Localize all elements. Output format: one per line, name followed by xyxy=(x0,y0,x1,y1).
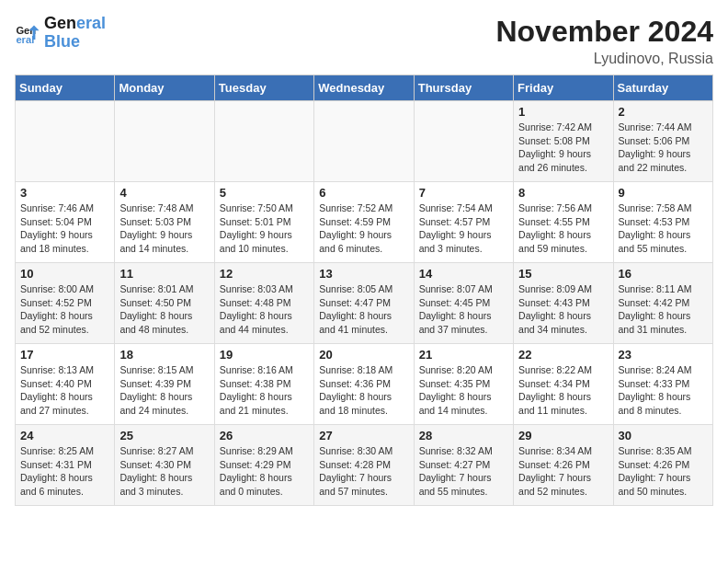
day-info: Sunrise: 7:42 AM Sunset: 5:08 PM Dayligh… xyxy=(518,121,608,175)
weekday-header-cell: Sunday xyxy=(16,75,115,101)
calendar-day-cell: 9Sunrise: 7:58 AM Sunset: 4:53 PM Daylig… xyxy=(613,182,712,263)
day-number: 6 xyxy=(319,186,408,200)
calendar-day-cell: 30Sunrise: 8:35 AM Sunset: 4:26 PM Dayli… xyxy=(613,425,712,506)
day-number: 17 xyxy=(20,348,109,362)
calendar-body: 1Sunrise: 7:42 AM Sunset: 5:08 PM Daylig… xyxy=(16,101,713,506)
day-number: 24 xyxy=(20,429,109,442)
calendar-day-cell: 27Sunrise: 8:30 AM Sunset: 4:28 PM Dayli… xyxy=(314,425,414,506)
day-number: 18 xyxy=(119,348,209,362)
logo-icon: Gen eral xyxy=(15,20,40,46)
calendar-day-cell: 10Sunrise: 8:00 AM Sunset: 4:52 PM Dayli… xyxy=(16,263,115,344)
day-number: 20 xyxy=(319,348,408,362)
calendar-day-cell: 5Sunrise: 7:50 AM Sunset: 5:01 PM Daylig… xyxy=(214,182,313,263)
calendar-day-cell: 20Sunrise: 8:18 AM Sunset: 4:36 PM Dayli… xyxy=(314,344,414,425)
day-number: 11 xyxy=(119,267,209,281)
calendar-day-cell: 19Sunrise: 8:16 AM Sunset: 4:38 PM Dayli… xyxy=(214,344,313,425)
day-number: 25 xyxy=(119,429,209,442)
calendar-day-cell: 28Sunrise: 8:32 AM Sunset: 4:27 PM Dayli… xyxy=(414,425,513,506)
calendar-day-cell xyxy=(214,101,313,182)
day-info: Sunrise: 7:52 AM Sunset: 4:59 PM Dayligh… xyxy=(319,201,408,256)
calendar-day-cell: 29Sunrise: 8:34 AM Sunset: 4:26 PM Dayli… xyxy=(514,425,613,506)
day-number: 9 xyxy=(619,186,708,200)
calendar-day-cell: 25Sunrise: 8:27 AM Sunset: 4:30 PM Dayli… xyxy=(115,425,214,506)
calendar-week-row: 3Sunrise: 7:46 AM Sunset: 5:04 PM Daylig… xyxy=(16,182,713,263)
day-info: Sunrise: 8:18 AM Sunset: 4:36 PM Dayligh… xyxy=(319,363,408,418)
day-info: Sunrise: 8:22 AM Sunset: 4:34 PM Dayligh… xyxy=(518,363,608,418)
day-number: 27 xyxy=(319,429,408,442)
calendar-day-cell: 1Sunrise: 7:42 AM Sunset: 5:08 PM Daylig… xyxy=(514,101,613,182)
calendar-day-cell: 7Sunrise: 7:54 AM Sunset: 4:57 PM Daylig… xyxy=(414,182,513,263)
day-number: 2 xyxy=(619,105,708,119)
day-info: Sunrise: 8:24 AM Sunset: 4:33 PM Dayligh… xyxy=(619,363,708,418)
day-number: 5 xyxy=(220,186,309,200)
day-number: 16 xyxy=(619,267,708,281)
day-number: 26 xyxy=(220,429,309,442)
svg-text:eral: eral xyxy=(16,34,34,45)
location-title: Lyudinovo, Russia xyxy=(495,51,713,67)
day-info: Sunrise: 7:46 AM Sunset: 5:04 PM Dayligh… xyxy=(20,201,109,256)
day-info: Sunrise: 8:01 AM Sunset: 4:50 PM Dayligh… xyxy=(119,282,209,337)
day-info: Sunrise: 8:11 AM Sunset: 4:42 PM Dayligh… xyxy=(619,282,708,337)
day-number: 4 xyxy=(119,186,209,200)
calendar-day-cell xyxy=(414,101,513,182)
day-info: Sunrise: 8:27 AM Sunset: 4:30 PM Dayligh… xyxy=(119,444,209,499)
day-number: 19 xyxy=(220,348,309,362)
calendar-week-row: 1Sunrise: 7:42 AM Sunset: 5:08 PM Daylig… xyxy=(16,101,713,182)
day-number: 1 xyxy=(518,105,608,119)
day-info: Sunrise: 8:20 AM Sunset: 4:35 PM Dayligh… xyxy=(419,363,508,418)
day-info: Sunrise: 8:03 AM Sunset: 4:48 PM Dayligh… xyxy=(220,282,309,337)
day-info: Sunrise: 7:56 AM Sunset: 4:55 PM Dayligh… xyxy=(518,201,608,256)
day-number: 12 xyxy=(220,267,309,281)
calendar-table: SundayMondayTuesdayWednesdayThursdayFrid… xyxy=(15,75,713,506)
day-info: Sunrise: 8:13 AM Sunset: 4:40 PM Dayligh… xyxy=(20,363,109,418)
day-info: Sunrise: 7:54 AM Sunset: 4:57 PM Dayligh… xyxy=(419,201,508,256)
day-number: 30 xyxy=(619,429,708,442)
calendar-day-cell xyxy=(314,101,414,182)
weekday-header-cell: Thursday xyxy=(414,75,513,101)
day-number: 8 xyxy=(518,186,608,200)
calendar-day-cell: 14Sunrise: 8:07 AM Sunset: 4:45 PM Dayli… xyxy=(414,263,513,344)
calendar-day-cell: 12Sunrise: 8:03 AM Sunset: 4:48 PM Dayli… xyxy=(214,263,313,344)
day-info: Sunrise: 8:09 AM Sunset: 4:43 PM Dayligh… xyxy=(518,282,608,337)
calendar-day-cell: 8Sunrise: 7:56 AM Sunset: 4:55 PM Daylig… xyxy=(514,182,613,263)
day-number: 23 xyxy=(619,348,708,362)
day-info: Sunrise: 8:32 AM Sunset: 4:27 PM Dayligh… xyxy=(419,444,508,499)
day-number: 13 xyxy=(319,267,408,281)
weekday-header-cell: Wednesday xyxy=(314,75,414,101)
day-number: 10 xyxy=(20,267,109,281)
weekday-header-cell: Tuesday xyxy=(214,75,313,101)
day-number: 14 xyxy=(419,267,508,281)
day-number: 7 xyxy=(419,186,508,200)
day-info: Sunrise: 8:00 AM Sunset: 4:52 PM Dayligh… xyxy=(20,282,109,337)
calendar-day-cell: 18Sunrise: 8:15 AM Sunset: 4:39 PM Dayli… xyxy=(115,344,214,425)
weekday-header-row: SundayMondayTuesdayWednesdayThursdayFrid… xyxy=(16,75,713,101)
calendar-day-cell: 6Sunrise: 7:52 AM Sunset: 4:59 PM Daylig… xyxy=(314,182,414,263)
calendar-day-cell: 2Sunrise: 7:44 AM Sunset: 5:06 PM Daylig… xyxy=(613,101,712,182)
logo: Gen eral General Blue xyxy=(15,15,106,52)
day-info: Sunrise: 8:05 AM Sunset: 4:47 PM Dayligh… xyxy=(319,282,408,337)
day-info: Sunrise: 8:15 AM Sunset: 4:39 PM Dayligh… xyxy=(119,363,209,418)
day-info: Sunrise: 7:44 AM Sunset: 5:06 PM Dayligh… xyxy=(619,121,708,175)
calendar-day-cell: 13Sunrise: 8:05 AM Sunset: 4:47 PM Dayli… xyxy=(314,263,414,344)
calendar-day-cell: 23Sunrise: 8:24 AM Sunset: 4:33 PM Dayli… xyxy=(613,344,712,425)
calendar-day-cell xyxy=(16,101,115,182)
calendar-day-cell: 16Sunrise: 8:11 AM Sunset: 4:42 PM Dayli… xyxy=(613,263,712,344)
day-info: Sunrise: 8:34 AM Sunset: 4:26 PM Dayligh… xyxy=(518,444,608,499)
logo-line2: Blue xyxy=(44,33,106,52)
day-number: 22 xyxy=(518,348,608,362)
calendar-day-cell: 26Sunrise: 8:29 AM Sunset: 4:29 PM Dayli… xyxy=(214,425,313,506)
day-number: 28 xyxy=(419,429,508,442)
day-info: Sunrise: 8:07 AM Sunset: 4:45 PM Dayligh… xyxy=(419,282,508,337)
header: Gen eral General Blue November 2024 Lyud… xyxy=(15,15,713,67)
calendar-day-cell: 17Sunrise: 8:13 AM Sunset: 4:40 PM Dayli… xyxy=(16,344,115,425)
calendar-day-cell: 3Sunrise: 7:46 AM Sunset: 5:04 PM Daylig… xyxy=(16,182,115,263)
day-info: Sunrise: 8:29 AM Sunset: 4:29 PM Dayligh… xyxy=(220,444,309,499)
day-info: Sunrise: 8:35 AM Sunset: 4:26 PM Dayligh… xyxy=(619,444,708,499)
calendar-day-cell: 11Sunrise: 8:01 AM Sunset: 4:50 PM Dayli… xyxy=(115,263,214,344)
day-number: 3 xyxy=(20,186,109,200)
calendar-day-cell: 4Sunrise: 7:48 AM Sunset: 5:03 PM Daylig… xyxy=(115,182,214,263)
day-info: Sunrise: 7:48 AM Sunset: 5:03 PM Dayligh… xyxy=(119,201,209,256)
weekday-header-cell: Monday xyxy=(115,75,214,101)
day-number: 29 xyxy=(518,429,608,442)
day-info: Sunrise: 8:16 AM Sunset: 4:38 PM Dayligh… xyxy=(220,363,309,418)
